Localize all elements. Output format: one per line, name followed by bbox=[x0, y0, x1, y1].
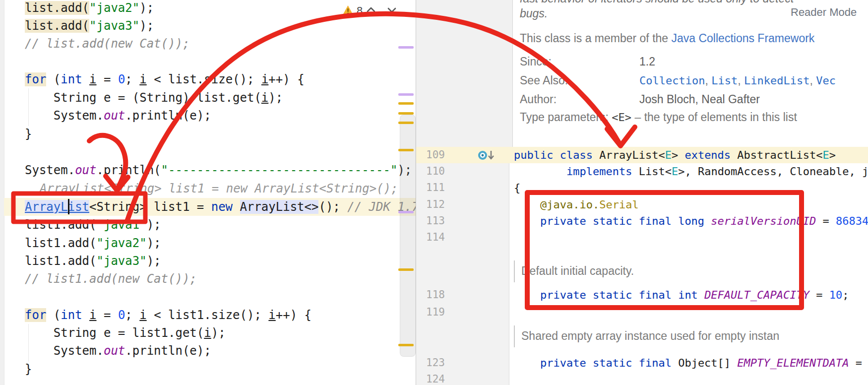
code-line: private static final int DEFAULT_CAPACIT… bbox=[514, 287, 849, 303]
prev-warning-chevron-up-icon[interactable] bbox=[366, 6, 376, 16]
javadoc-see-also-row: See Also:Collection, List, LinkedList, V… bbox=[520, 74, 836, 87]
stripe-mark[interactable] bbox=[398, 149, 414, 151]
code-line: System.out.println(e); bbox=[25, 342, 211, 360]
stripe-mark[interactable] bbox=[398, 122, 414, 124]
stripe-mark[interactable] bbox=[398, 102, 414, 105]
code-line: for (int i = 0; i < list.size(); i++) { bbox=[25, 70, 305, 88]
stripe-mark[interactable] bbox=[398, 46, 414, 49]
doc-left-margin bbox=[416, 0, 513, 147]
javadoc-bugs-line: bugs. bbox=[520, 7, 548, 20]
reader-mode-label[interactable]: Reader Mode bbox=[791, 6, 857, 19]
see-also-links[interactable]: Collection, List, LinkedList, Vec bbox=[639, 74, 836, 87]
code-line: String e = (String) list.get(i); bbox=[25, 89, 283, 107]
code-line: System.out.println(e); bbox=[25, 107, 211, 125]
code-line: ArrayList<String> list1 = new ArrayList<… bbox=[40, 180, 398, 197]
line-number: 113 bbox=[426, 213, 445, 229]
code-line: // list1.add(new Cat()); bbox=[25, 270, 197, 288]
doc-comment-text: Default initial capacity. bbox=[521, 264, 634, 278]
left-code-editor[interactable]: list.add("java2");list.add("java3");// l… bbox=[0, 0, 416, 385]
see-also-link[interactable]: Collection bbox=[639, 74, 705, 87]
code-line: } bbox=[25, 360, 32, 378]
see-also-link[interactable]: List bbox=[711, 74, 738, 87]
arraylist-source-editor[interactable]: fast behavior of iterators should be use… bbox=[416, 0, 868, 385]
warning-icon bbox=[342, 5, 354, 17]
left-gutter-strip bbox=[0, 0, 4, 385]
code-line: list1.add("java3"); bbox=[25, 252, 161, 270]
doc-comment-text: Shared empty array instance used for emp… bbox=[521, 329, 779, 343]
text-caret bbox=[68, 199, 69, 214]
next-warning-chevron-down-icon[interactable] bbox=[386, 6, 397, 16]
see-also-link[interactable]: LinkedList bbox=[744, 74, 809, 87]
author-value: Josh Bloch, Neal Gafter bbox=[639, 93, 760, 106]
stripe-mark[interactable] bbox=[398, 211, 414, 213]
javadoc-member-line: This class is a member of the Java Colle… bbox=[520, 32, 814, 45]
code-line: for (int i = 0; i < list1.size(); i++) { bbox=[25, 306, 311, 324]
javadoc-clipped-line: fast behavior of iterators should be use… bbox=[520, 0, 794, 5]
code-line: @java.io.Serial bbox=[514, 196, 639, 213]
overridden-marker-icon[interactable] bbox=[478, 150, 497, 163]
line-number: 110 bbox=[426, 163, 445, 180]
line-number: 118 bbox=[426, 287, 445, 303]
code-line: private static final Object[] EMPTY_ELEM… bbox=[514, 355, 868, 371]
code-line: ArrayList<String> list1 = new ArrayList<… bbox=[25, 198, 416, 216]
line-number: 123 bbox=[426, 355, 445, 371]
javadoc-type-params-row: Type parameters: <E> – the type of eleme… bbox=[520, 111, 797, 124]
line-number: 109 bbox=[426, 147, 445, 163]
stripe-mark[interactable] bbox=[398, 268, 414, 271]
code-line: // list.add(new Cat()); bbox=[25, 35, 189, 53]
code-line: list.add("java3"); bbox=[25, 17, 154, 35]
line-number: 119 bbox=[426, 304, 445, 321]
doc-comment-bar bbox=[514, 325, 515, 347]
line-number: 124 bbox=[426, 371, 445, 385]
code-line: String e = list1.get(i); bbox=[25, 324, 226, 342]
code-line: implements List<E>, RandomAccess, Clonea… bbox=[514, 163, 868, 180]
line-number: 114 bbox=[426, 229, 445, 246]
code-line: list.add("java2"); bbox=[25, 0, 154, 17]
javadoc-author-row: Author:Josh Bloch, Neal Gafter bbox=[520, 93, 760, 106]
javadoc-since-row: Since:1.2 bbox=[520, 55, 655, 68]
see-also-link[interactable]: Vec bbox=[816, 74, 836, 87]
code-line: public class ArrayList<E> extends Abstra… bbox=[514, 147, 836, 163]
ide-split-view: list.add("java2");list.add("java3");// l… bbox=[0, 0, 868, 385]
stripe-mark[interactable] bbox=[398, 112, 414, 115]
since-value: 1.2 bbox=[639, 55, 655, 68]
doc-comment-bar bbox=[514, 260, 515, 282]
type-param-code: <E> bbox=[612, 111, 631, 124]
inspections-widget[interactable]: 8 bbox=[342, 4, 397, 18]
java-collections-framework-link[interactable]: Java Collections Framework bbox=[672, 32, 815, 45]
code-line: list1.add("java1"); bbox=[25, 216, 161, 234]
line-number: 112 bbox=[426, 196, 445, 213]
code-line: private static final long serialVersionU… bbox=[514, 213, 868, 229]
code-line: list1.add("java2"); bbox=[25, 234, 161, 252]
code-line: { bbox=[514, 180, 520, 196]
stripe-mark[interactable] bbox=[398, 344, 414, 346]
line-number: 111 bbox=[426, 180, 445, 196]
code-line: System.out.println("--------------------… bbox=[25, 161, 412, 179]
stripe-mark[interactable] bbox=[398, 93, 414, 96]
warning-count: 8 bbox=[357, 4, 363, 17]
code-line: } bbox=[25, 125, 32, 143]
